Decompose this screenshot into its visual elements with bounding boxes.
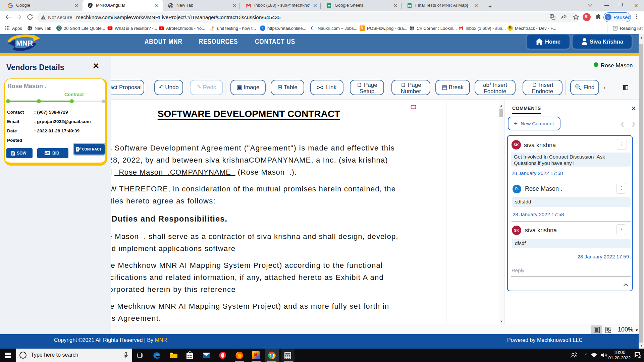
svg-text:MNR: MNR — [16, 39, 33, 47]
svg-text:1: 1 — [639, 355, 640, 358]
